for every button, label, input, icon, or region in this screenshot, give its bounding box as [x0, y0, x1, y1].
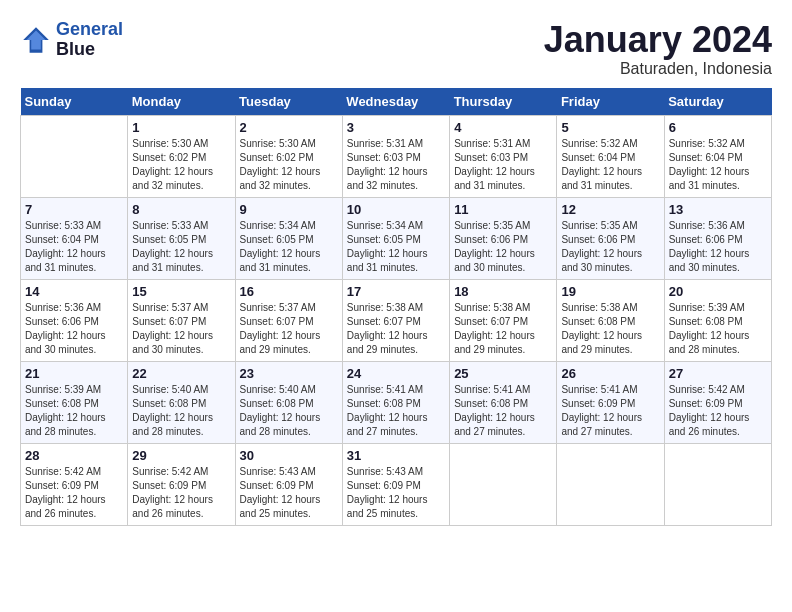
day-number: 30 — [240, 448, 338, 463]
day-number: 19 — [561, 284, 659, 299]
day-info: Sunrise: 5:42 AM Sunset: 6:09 PM Dayligh… — [132, 465, 230, 521]
calendar-week-row: 7Sunrise: 5:33 AM Sunset: 6:04 PM Daylig… — [21, 197, 772, 279]
day-number: 14 — [25, 284, 123, 299]
day-info: Sunrise: 5:31 AM Sunset: 6:03 PM Dayligh… — [454, 137, 552, 193]
day-number: 26 — [561, 366, 659, 381]
day-number: 7 — [25, 202, 123, 217]
day-number: 21 — [25, 366, 123, 381]
calendar-cell: 12Sunrise: 5:35 AM Sunset: 6:06 PM Dayli… — [557, 197, 664, 279]
calendar-cell: 20Sunrise: 5:39 AM Sunset: 6:08 PM Dayli… — [664, 279, 771, 361]
day-info: Sunrise: 5:38 AM Sunset: 6:08 PM Dayligh… — [561, 301, 659, 357]
calendar-week-row: 14Sunrise: 5:36 AM Sunset: 6:06 PM Dayli… — [21, 279, 772, 361]
day-number: 6 — [669, 120, 767, 135]
day-number: 13 — [669, 202, 767, 217]
day-info: Sunrise: 5:36 AM Sunset: 6:06 PM Dayligh… — [25, 301, 123, 357]
title-block: January 2024 Baturaden, Indonesia — [544, 20, 772, 78]
calendar-cell: 18Sunrise: 5:38 AM Sunset: 6:07 PM Dayli… — [450, 279, 557, 361]
day-number: 3 — [347, 120, 445, 135]
calendar-cell: 21Sunrise: 5:39 AM Sunset: 6:08 PM Dayli… — [21, 361, 128, 443]
calendar-cell: 28Sunrise: 5:42 AM Sunset: 6:09 PM Dayli… — [21, 443, 128, 525]
calendar-cell: 25Sunrise: 5:41 AM Sunset: 6:08 PM Dayli… — [450, 361, 557, 443]
calendar-cell: 1Sunrise: 5:30 AM Sunset: 6:02 PM Daylig… — [128, 115, 235, 197]
calendar-cell — [557, 443, 664, 525]
calendar-cell: 10Sunrise: 5:34 AM Sunset: 6:05 PM Dayli… — [342, 197, 449, 279]
calendar-cell: 11Sunrise: 5:35 AM Sunset: 6:06 PM Dayli… — [450, 197, 557, 279]
day-number: 28 — [25, 448, 123, 463]
calendar-cell: 8Sunrise: 5:33 AM Sunset: 6:05 PM Daylig… — [128, 197, 235, 279]
logo: General Blue — [20, 20, 123, 60]
day-number: 29 — [132, 448, 230, 463]
day-info: Sunrise: 5:37 AM Sunset: 6:07 PM Dayligh… — [132, 301, 230, 357]
calendar-cell: 2Sunrise: 5:30 AM Sunset: 6:02 PM Daylig… — [235, 115, 342, 197]
weekday-header-friday: Friday — [557, 88, 664, 116]
calendar-cell: 13Sunrise: 5:36 AM Sunset: 6:06 PM Dayli… — [664, 197, 771, 279]
day-number: 17 — [347, 284, 445, 299]
day-info: Sunrise: 5:40 AM Sunset: 6:08 PM Dayligh… — [240, 383, 338, 439]
weekday-header-sunday: Sunday — [21, 88, 128, 116]
day-info: Sunrise: 5:34 AM Sunset: 6:05 PM Dayligh… — [347, 219, 445, 275]
day-info: Sunrise: 5:42 AM Sunset: 6:09 PM Dayligh… — [25, 465, 123, 521]
day-number: 22 — [132, 366, 230, 381]
day-info: Sunrise: 5:41 AM Sunset: 6:08 PM Dayligh… — [454, 383, 552, 439]
day-info: Sunrise: 5:38 AM Sunset: 6:07 PM Dayligh… — [347, 301, 445, 357]
calendar-cell: 14Sunrise: 5:36 AM Sunset: 6:06 PM Dayli… — [21, 279, 128, 361]
calendar-cell: 17Sunrise: 5:38 AM Sunset: 6:07 PM Dayli… — [342, 279, 449, 361]
day-info: Sunrise: 5:30 AM Sunset: 6:02 PM Dayligh… — [240, 137, 338, 193]
day-info: Sunrise: 5:33 AM Sunset: 6:05 PM Dayligh… — [132, 219, 230, 275]
calendar-cell: 24Sunrise: 5:41 AM Sunset: 6:08 PM Dayli… — [342, 361, 449, 443]
day-info: Sunrise: 5:43 AM Sunset: 6:09 PM Dayligh… — [240, 465, 338, 521]
calendar-cell: 31Sunrise: 5:43 AM Sunset: 6:09 PM Dayli… — [342, 443, 449, 525]
day-info: Sunrise: 5:42 AM Sunset: 6:09 PM Dayligh… — [669, 383, 767, 439]
day-info: Sunrise: 5:41 AM Sunset: 6:08 PM Dayligh… — [347, 383, 445, 439]
calendar-cell: 4Sunrise: 5:31 AM Sunset: 6:03 PM Daylig… — [450, 115, 557, 197]
day-number: 10 — [347, 202, 445, 217]
day-number: 18 — [454, 284, 552, 299]
calendar-week-row: 1Sunrise: 5:30 AM Sunset: 6:02 PM Daylig… — [21, 115, 772, 197]
day-number: 24 — [347, 366, 445, 381]
day-number: 2 — [240, 120, 338, 135]
day-number: 27 — [669, 366, 767, 381]
svg-marker-1 — [26, 30, 45, 49]
logo-line2: Blue — [56, 40, 123, 60]
weekday-header-thursday: Thursday — [450, 88, 557, 116]
day-info: Sunrise: 5:32 AM Sunset: 6:04 PM Dayligh… — [561, 137, 659, 193]
day-number: 8 — [132, 202, 230, 217]
calendar-cell: 23Sunrise: 5:40 AM Sunset: 6:08 PM Dayli… — [235, 361, 342, 443]
day-info: Sunrise: 5:34 AM Sunset: 6:05 PM Dayligh… — [240, 219, 338, 275]
calendar-cell: 27Sunrise: 5:42 AM Sunset: 6:09 PM Dayli… — [664, 361, 771, 443]
calendar-cell: 26Sunrise: 5:41 AM Sunset: 6:09 PM Dayli… — [557, 361, 664, 443]
calendar-cell: 16Sunrise: 5:37 AM Sunset: 6:07 PM Dayli… — [235, 279, 342, 361]
calendar-cell — [21, 115, 128, 197]
day-number: 12 — [561, 202, 659, 217]
weekday-header-wednesday: Wednesday — [342, 88, 449, 116]
day-info: Sunrise: 5:38 AM Sunset: 6:07 PM Dayligh… — [454, 301, 552, 357]
day-info: Sunrise: 5:36 AM Sunset: 6:06 PM Dayligh… — [669, 219, 767, 275]
day-number: 23 — [240, 366, 338, 381]
logo-text: General Blue — [56, 20, 123, 60]
day-info: Sunrise: 5:32 AM Sunset: 6:04 PM Dayligh… — [669, 137, 767, 193]
weekday-header-saturday: Saturday — [664, 88, 771, 116]
day-number: 15 — [132, 284, 230, 299]
day-info: Sunrise: 5:37 AM Sunset: 6:07 PM Dayligh… — [240, 301, 338, 357]
calendar-cell: 5Sunrise: 5:32 AM Sunset: 6:04 PM Daylig… — [557, 115, 664, 197]
calendar-cell: 19Sunrise: 5:38 AM Sunset: 6:08 PM Dayli… — [557, 279, 664, 361]
day-number: 31 — [347, 448, 445, 463]
calendar-cell: 6Sunrise: 5:32 AM Sunset: 6:04 PM Daylig… — [664, 115, 771, 197]
calendar-cell — [664, 443, 771, 525]
calendar-week-row: 28Sunrise: 5:42 AM Sunset: 6:09 PM Dayli… — [21, 443, 772, 525]
calendar-cell: 30Sunrise: 5:43 AM Sunset: 6:09 PM Dayli… — [235, 443, 342, 525]
calendar-cell: 7Sunrise: 5:33 AM Sunset: 6:04 PM Daylig… — [21, 197, 128, 279]
location: Baturaden, Indonesia — [544, 60, 772, 78]
page-header: General Blue January 2024 Baturaden, Ind… — [20, 20, 772, 78]
day-info: Sunrise: 5:39 AM Sunset: 6:08 PM Dayligh… — [669, 301, 767, 357]
day-number: 5 — [561, 120, 659, 135]
day-info: Sunrise: 5:33 AM Sunset: 6:04 PM Dayligh… — [25, 219, 123, 275]
day-info: Sunrise: 5:40 AM Sunset: 6:08 PM Dayligh… — [132, 383, 230, 439]
day-info: Sunrise: 5:39 AM Sunset: 6:08 PM Dayligh… — [25, 383, 123, 439]
calendar-cell: 22Sunrise: 5:40 AM Sunset: 6:08 PM Dayli… — [128, 361, 235, 443]
month-title: January 2024 — [544, 20, 772, 60]
calendar-cell — [450, 443, 557, 525]
day-number: 4 — [454, 120, 552, 135]
day-info: Sunrise: 5:35 AM Sunset: 6:06 PM Dayligh… — [561, 219, 659, 275]
logo-line1: General — [56, 19, 123, 39]
